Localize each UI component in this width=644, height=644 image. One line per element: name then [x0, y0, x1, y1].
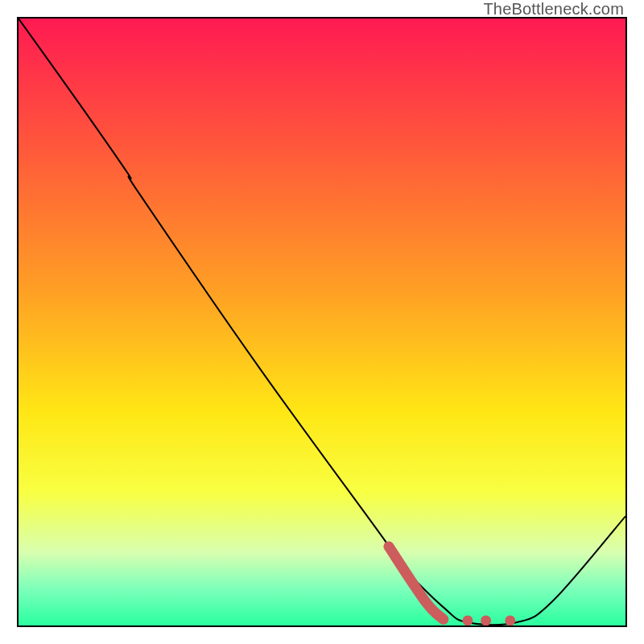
plot-area: [17, 17, 627, 627]
highlight-dots: [462, 615, 515, 625]
gradient-background: [19, 19, 625, 625]
chart-svg: [19, 19, 625, 625]
highlight-dot: [481, 615, 491, 625]
watermark-text: TheBottleneck.com: [483, 0, 624, 19]
highlight-dot: [462, 615, 473, 625]
highlight-dot: [505, 615, 515, 625]
chart-frame: TheBottleneck.com: [0, 0, 644, 644]
